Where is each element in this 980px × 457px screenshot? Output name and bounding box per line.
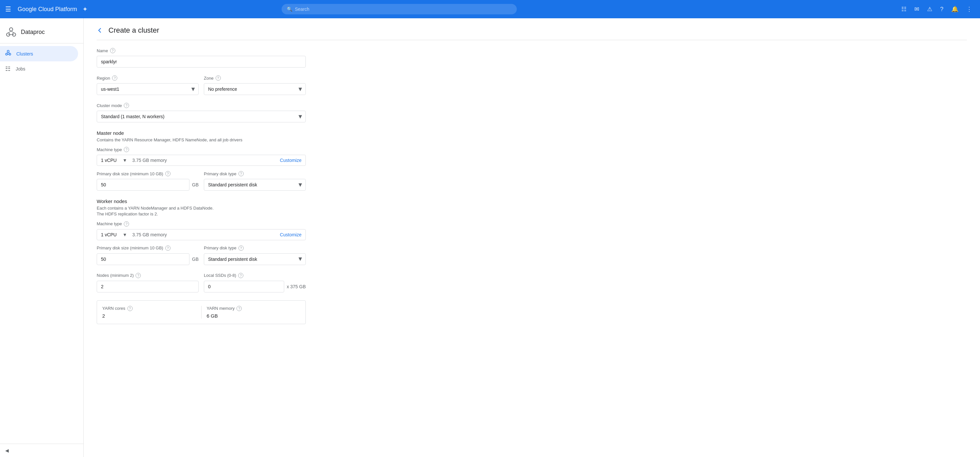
region-select[interactable]: us-west1 us-east1 us-central1 europe-wes… bbox=[97, 83, 199, 95]
master-disk-unit: GB bbox=[192, 182, 199, 187]
search-input[interactable] bbox=[295, 6, 512, 12]
worker-disk-size-help-icon[interactable]: ? bbox=[165, 246, 170, 251]
worker-disk-size-input[interactable] bbox=[97, 253, 189, 265]
worker-disk-type-label: Primary disk type ? bbox=[204, 246, 306, 251]
worker-nodes-desc: Each contains a YARN NodeManager and a H… bbox=[97, 205, 306, 217]
nodes-label: Nodes (minimum 2) ? bbox=[97, 273, 199, 278]
yarn-cores-label: YARN cores ? bbox=[102, 306, 196, 311]
svg-line-4 bbox=[11, 31, 14, 33]
ssds-help-icon[interactable]: ? bbox=[238, 273, 243, 278]
worker-machine-type-help-icon[interactable]: ? bbox=[124, 221, 129, 227]
master-disk-size-label: Primary disk size (minimum 10 GB) ? bbox=[97, 171, 199, 176]
worker-disk-row: Primary disk size (minimum 10 GB) ? GB P… bbox=[97, 246, 306, 265]
nodes-ssds-row: Nodes (minimum 2) ? Local SSDs (0-8) ? x… bbox=[97, 273, 306, 292]
worker-disk-type-select-wrapper: Standard persistent disk SSD persistent … bbox=[204, 253, 306, 265]
master-machine-type-row: 1 vCPU 2 vCPUs 4 vCPUs 8 vCPUs ▼ 3.75 GB… bbox=[97, 155, 306, 166]
create-cluster-form: Name ? Region ? us-west1 us-east1 us-cen… bbox=[97, 48, 306, 324]
sidebar-item-clusters[interactable]: Clusters bbox=[0, 46, 78, 61]
cluster-icon: ✦ bbox=[82, 5, 88, 13]
master-machine-type-help-icon[interactable]: ? bbox=[124, 147, 129, 152]
master-machine-type-label: Machine type ? bbox=[97, 147, 306, 152]
sidebar-item-clusters-label: Clusters bbox=[16, 51, 33, 57]
sidebar-item-jobs-label: Jobs bbox=[16, 66, 25, 71]
ssds-input[interactable] bbox=[204, 281, 284, 292]
cluster-mode-label: Cluster mode ? bbox=[97, 103, 306, 108]
nodes-input[interactable] bbox=[97, 281, 199, 292]
name-input[interactable] bbox=[97, 56, 306, 68]
sidebar-brand: Dataproc bbox=[0, 24, 83, 43]
ssds-label: Local SSDs (0-8) ? bbox=[204, 273, 306, 278]
zone-select[interactable]: No preference us-west1-a us-west1-b us-w… bbox=[204, 83, 306, 95]
cluster-mode-group: Cluster mode ? Standard (1 master, N wor… bbox=[97, 103, 306, 122]
svg-point-0 bbox=[10, 28, 13, 31]
clusters-icon bbox=[5, 50, 11, 57]
name-help-icon[interactable]: ? bbox=[110, 48, 115, 53]
notifications-icon[interactable]: 🔔 bbox=[949, 3, 961, 15]
master-node-section: Master node Contains the YARN Resource M… bbox=[97, 130, 306, 190]
worker-disk-size-input-row: GB bbox=[97, 253, 199, 265]
dataproc-brand-icon bbox=[5, 26, 17, 38]
nodes-col: Nodes (minimum 2) ? bbox=[97, 273, 199, 292]
collapse-icon: ◀ bbox=[5, 448, 9, 453]
ssds-input-row: x 375 GB bbox=[204, 281, 306, 292]
page-title: Create a cluster bbox=[108, 26, 159, 35]
app-title: Google Cloud Platform bbox=[18, 6, 77, 13]
help-icon[interactable]: ? bbox=[937, 3, 946, 15]
worker-machine-type-row: 1 vCPU 2 vCPUs 4 vCPUs 8 vCPUs ▼ 3.75 GB… bbox=[97, 229, 306, 240]
master-customize-link[interactable]: Customize bbox=[280, 158, 302, 163]
worker-disk-size-col: Primary disk size (minimum 10 GB) ? GB bbox=[97, 246, 199, 265]
worker-nodes-heading: Worker nodes bbox=[97, 198, 306, 204]
worker-disk-type-col: Primary disk type ? Standard persistent … bbox=[204, 246, 306, 265]
region-label: Region ? bbox=[97, 75, 199, 81]
master-disk-size-help-icon[interactable]: ? bbox=[165, 171, 170, 176]
mail-icon[interactable]: ✉ bbox=[912, 3, 922, 15]
master-disk-type-select-wrapper: Standard persistent disk SSD persistent … bbox=[204, 179, 306, 190]
cluster-mode-help-icon[interactable]: ? bbox=[124, 103, 129, 108]
name-field-group: Name ? bbox=[97, 48, 306, 68]
worker-customize-link[interactable]: Customize bbox=[280, 232, 302, 237]
yarn-memory-col: YARN memory ? 6 GB bbox=[201, 306, 301, 319]
master-disk-type-help-icon[interactable]: ? bbox=[239, 171, 244, 176]
sidebar-nav: Clusters ☷ Jobs bbox=[0, 43, 83, 76]
worker-disk-type-select[interactable]: Standard persistent disk SSD persistent … bbox=[204, 253, 306, 265]
svg-line-3 bbox=[8, 31, 11, 33]
hamburger-menu-icon[interactable]: ☰ bbox=[5, 5, 11, 13]
yarn-memory-value: 6 GB bbox=[207, 313, 301, 319]
svg-point-6 bbox=[7, 50, 9, 52]
worker-nodes-section: Worker nodes Each contains a YARN NodeMa… bbox=[97, 198, 306, 324]
sidebar-collapse-button[interactable]: ◀ bbox=[0, 444, 83, 457]
region-help-icon[interactable]: ? bbox=[112, 75, 117, 81]
yarn-memory-label: YARN memory ? bbox=[207, 306, 301, 311]
master-disk-type-label: Primary disk type ? bbox=[204, 171, 306, 176]
svg-line-10 bbox=[8, 52, 10, 53]
nav-right-icons: ☷ ✉ ⚠ ? 🔔 ⋮ bbox=[899, 3, 975, 15]
master-disk-size-col: Primary disk size (minimum 10 GB) ? GB bbox=[97, 171, 199, 190]
worker-disk-size-label: Primary disk size (minimum 10 GB) ? bbox=[97, 246, 199, 251]
zone-select-wrapper: No preference us-west1-a us-west1-b us-w… bbox=[204, 83, 306, 95]
master-disk-size-input[interactable] bbox=[97, 179, 189, 190]
master-machine-select[interactable]: 1 vCPU 2 vCPUs 4 vCPUs 8 vCPUs bbox=[101, 158, 127, 163]
search-bar[interactable]: 🔍 bbox=[282, 4, 517, 14]
yarn-memory-help-icon[interactable]: ? bbox=[237, 306, 242, 311]
alert-icon[interactable]: ⚠ bbox=[924, 3, 935, 15]
svg-line-9 bbox=[6, 52, 8, 53]
top-navigation: ☰ Google Cloud Platform ✦ 🔍 ☷ ✉ ⚠ ? 🔔 ⋮ bbox=[0, 0, 980, 18]
cluster-mode-select[interactable]: Standard (1 master, N workers) High Avai… bbox=[97, 111, 306, 122]
back-button[interactable] bbox=[97, 27, 103, 33]
nodes-help-icon[interactable]: ? bbox=[135, 273, 141, 278]
more-vert-icon[interactable]: ⋮ bbox=[964, 3, 975, 15]
worker-machine-memory: 3.75 GB memory bbox=[132, 232, 275, 237]
worker-machine-select[interactable]: 1 vCPU 2 vCPUs 4 vCPUs 8 vCPUs bbox=[101, 232, 127, 237]
worker-disk-type-help-icon[interactable]: ? bbox=[239, 246, 244, 251]
yarn-cores-help-icon[interactable]: ? bbox=[127, 306, 133, 311]
master-disk-row: Primary disk size (minimum 10 GB) ? GB P… bbox=[97, 171, 306, 190]
main-content: Create a cluster Name ? Region ? us-west… bbox=[84, 18, 980, 457]
region-zone-row: Region ? us-west1 us-east1 us-central1 e… bbox=[97, 75, 306, 95]
zone-help-icon[interactable]: ? bbox=[216, 75, 221, 81]
jobs-icon: ☷ bbox=[5, 65, 10, 73]
master-node-heading: Master node bbox=[97, 130, 306, 136]
master-disk-type-select[interactable]: Standard persistent disk SSD persistent … bbox=[204, 179, 306, 190]
apps-icon[interactable]: ☷ bbox=[899, 3, 909, 15]
master-disk-type-col: Primary disk type ? Standard persistent … bbox=[204, 171, 306, 190]
sidebar-item-jobs[interactable]: ☷ Jobs bbox=[0, 61, 78, 76]
